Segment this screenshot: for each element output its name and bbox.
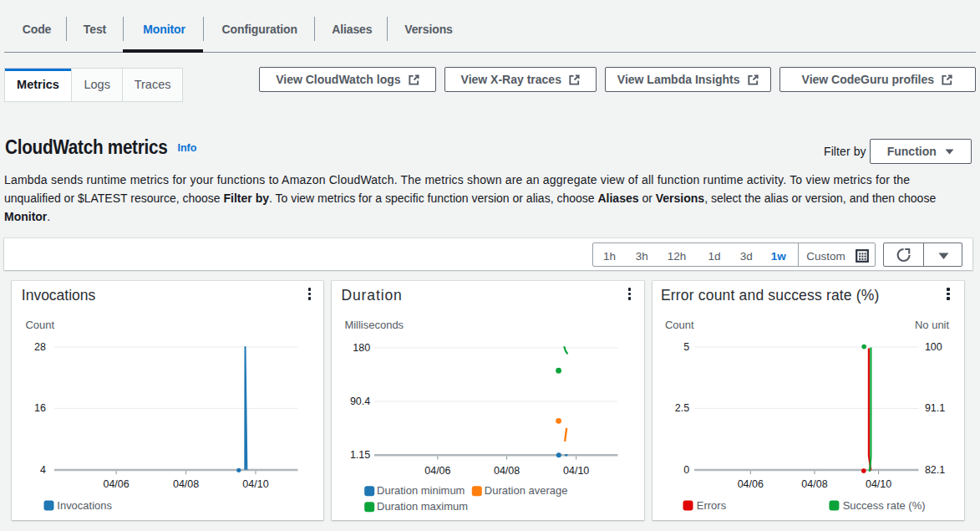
svg-text:04/10: 04/10 (563, 464, 589, 476)
svg-text:Duration maximum: Duration maximum (377, 500, 468, 513)
svg-text:Invocations: Invocations (58, 499, 113, 512)
svg-text:1.15: 1.15 (350, 449, 370, 461)
svg-text:04/10: 04/10 (243, 478, 269, 490)
svg-text:Errors: Errors (697, 499, 727, 512)
svg-text:04/10: 04/10 (866, 478, 891, 490)
svg-text:100: 100 (925, 340, 942, 352)
svg-text:04/06: 04/06 (738, 478, 764, 490)
svg-text:90.4: 90.4 (350, 396, 370, 407)
svg-text:04/08: 04/08 (173, 478, 199, 490)
svg-text:16: 16 (34, 402, 46, 414)
svg-text:Success rate (%): Success rate (%) (843, 499, 926, 512)
svg-text:2.5: 2.5 (675, 402, 689, 414)
svg-text:82.1: 82.1 (925, 463, 945, 475)
svg-text:04/06: 04/06 (425, 464, 451, 476)
svg-text:4: 4 (40, 463, 46, 475)
svg-text:Duration average: Duration average (485, 484, 568, 497)
svg-text:0: 0 (684, 463, 690, 475)
svg-text:5: 5 (684, 340, 690, 352)
svg-text:Milliseconds: Milliseconds (345, 319, 404, 331)
svg-text:No unit: No unit (915, 319, 950, 331)
svg-text:180: 180 (353, 341, 371, 353)
svg-text:04/08: 04/08 (802, 478, 828, 490)
svg-text:Count: Count (26, 319, 55, 331)
svg-text:04/06: 04/06 (104, 478, 129, 490)
svg-text:91.1: 91.1 (925, 402, 945, 414)
svg-text:28: 28 (34, 340, 46, 352)
svg-text:04/08: 04/08 (494, 464, 520, 476)
svg-text:Duration minimum: Duration minimum (377, 484, 465, 497)
svg-text:Count: Count (665, 319, 694, 331)
